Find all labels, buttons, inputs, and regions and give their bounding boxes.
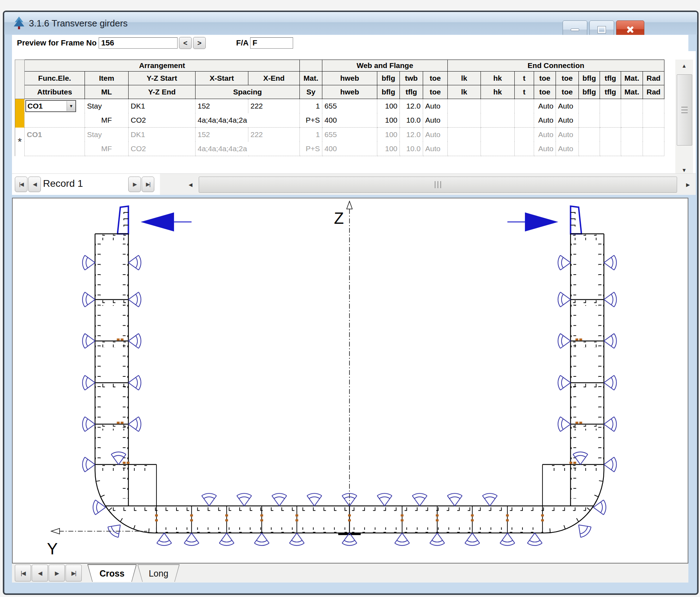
cell[interactable]: Auto [423, 99, 448, 113]
cell[interactable] [621, 99, 643, 113]
funcele-combobox[interactable]: CO1 ▼ [25, 100, 76, 112]
cell[interactable] [600, 142, 621, 156]
cell[interactable]: 4a;4a;4a;4a;2a [196, 113, 300, 128]
scroll-left-button[interactable]: ◀ [185, 179, 197, 191]
cell[interactable]: Auto [556, 128, 579, 142]
cell[interactable]: Auto [423, 128, 448, 142]
cell[interactable] [481, 113, 515, 128]
col-tflg2-2[interactable]: tflg [600, 85, 621, 99]
cell[interactable]: Auto [534, 99, 556, 113]
cell[interactable]: 222 [248, 128, 300, 142]
table-vertical-scrollbar[interactable]: ▲ ▼ [675, 60, 693, 176]
col-hweb[interactable]: hweb [322, 72, 377, 85]
cell[interactable] [25, 113, 85, 128]
col-yz-end[interactable]: Y-Z End [129, 85, 196, 99]
col-spacing[interactable]: Spacing [196, 85, 300, 99]
cell[interactable] [600, 113, 621, 128]
cell[interactable] [643, 128, 664, 142]
cell[interactable] [600, 128, 621, 142]
cell[interactable]: 12.0 [400, 99, 423, 113]
table-row[interactable]: MF CO2 4a;4a;4a;4a;2a P+S 400 100 10.0 A… [15, 142, 664, 156]
table-horizontal-scrollbar[interactable]: ◀ ▶ [185, 175, 694, 193]
dropdown-button[interactable]: ▼ [67, 101, 75, 111]
cell[interactable]: CO2 [129, 113, 196, 128]
col-mat[interactable]: Mat. [300, 72, 322, 85]
cell[interactable]: DK1 [129, 128, 196, 142]
col-ml[interactable]: ML [85, 85, 129, 99]
cell[interactable] [515, 113, 534, 128]
cell[interactable] [621, 128, 643, 142]
col-toe-2[interactable]: toe [423, 85, 448, 99]
cell[interactable] [481, 99, 515, 113]
tab-scroll-first-button[interactable]: |◀ [15, 565, 31, 581]
col-x-start[interactable]: X-Start [196, 72, 248, 85]
col-bflg-2[interactable]: bflg [377, 85, 400, 99]
tab-long[interactable]: Long [137, 564, 180, 582]
cell[interactable] [448, 113, 481, 128]
cell[interactable] [579, 99, 600, 113]
cell[interactable]: 400 [322, 142, 377, 156]
previous-record-button[interactable]: ◀ [28, 177, 41, 192]
scrollbar-thumb[interactable] [677, 74, 692, 146]
col-lk[interactable]: lk [448, 72, 481, 85]
col-bflg2-2[interactable]: bflg [579, 85, 600, 99]
cell[interactable]: MF [85, 142, 129, 156]
cell[interactable]: 655 [322, 128, 377, 142]
cell[interactable] [579, 128, 600, 142]
cell[interactable]: 152 [196, 128, 248, 142]
cell[interactable] [515, 128, 534, 142]
col-x-end[interactable]: X-End [248, 72, 300, 85]
col-lk-2[interactable]: lk [448, 85, 481, 99]
col-bflg2[interactable]: bflg [579, 72, 600, 85]
last-record-button[interactable]: ▶| [142, 177, 154, 192]
cell[interactable]: Auto [534, 142, 556, 156]
scrollbar-thumb[interactable] [199, 177, 677, 193]
cell[interactable]: 655 [322, 99, 377, 113]
cell[interactable] [643, 99, 664, 113]
cell[interactable] [579, 113, 600, 128]
row-selected-marker[interactable] [15, 99, 25, 128]
col-toe2-2[interactable]: toe [534, 85, 556, 99]
cell[interactable] [621, 142, 643, 156]
tab-scroll-prev-button[interactable]: ◀ [32, 565, 48, 581]
col-hk-2[interactable]: hk [481, 85, 515, 99]
col-hk[interactable]: hk [481, 72, 515, 85]
cell[interactable]: Auto [534, 128, 556, 142]
table-row[interactable]: * CO1 Stay DK1 152 222 1 655 100 12.0 Au… [15, 128, 664, 142]
col-hweb-2[interactable]: hweb [322, 85, 377, 99]
col-t-2[interactable]: t [515, 85, 534, 99]
cell[interactable]: DK1 [129, 99, 196, 113]
cell[interactable]: 100 [377, 113, 400, 128]
col-tflg-2[interactable]: tflg [400, 85, 423, 99]
col-attributes[interactable]: Attributes [25, 85, 85, 99]
fa-input[interactable] [250, 37, 293, 49]
cell[interactable] [515, 142, 534, 156]
cell[interactable]: 100 [377, 142, 400, 156]
cell[interactable]: Auto [423, 142, 448, 156]
cell[interactable] [448, 128, 481, 142]
cell[interactable] [515, 99, 534, 113]
cell[interactable]: Auto [556, 113, 579, 128]
cell[interactable] [643, 142, 664, 156]
cell[interactable]: MF [85, 113, 129, 128]
cell[interactable]: 4a;4a;4a;4a;2a [196, 142, 300, 156]
col-toe3-2[interactable]: toe [556, 85, 579, 99]
col-rad-2[interactable]: Rad [643, 85, 664, 99]
col-bflg[interactable]: bflg [377, 72, 400, 85]
col-mat2-2[interactable]: Mat. [621, 85, 643, 99]
cell[interactable] [448, 99, 481, 113]
cell[interactable]: 100 [377, 128, 400, 142]
cell[interactable]: Auto [556, 142, 579, 156]
cell[interactable] [448, 142, 481, 156]
col-toe3[interactable]: toe [556, 72, 579, 85]
cell[interactable]: Auto [423, 113, 448, 128]
scroll-right-button[interactable]: ▶ [682, 179, 694, 191]
new-record-marker[interactable]: * [15, 128, 25, 156]
col-rad[interactable]: Rad [643, 72, 664, 85]
cell[interactable] [25, 142, 85, 156]
cell[interactable]: CO1 [25, 128, 85, 142]
col-tflg[interactable]: tflg [600, 72, 621, 85]
scroll-up-button[interactable]: ▲ [676, 60, 692, 72]
cell[interactable] [621, 113, 643, 128]
cell[interactable] [643, 113, 664, 128]
